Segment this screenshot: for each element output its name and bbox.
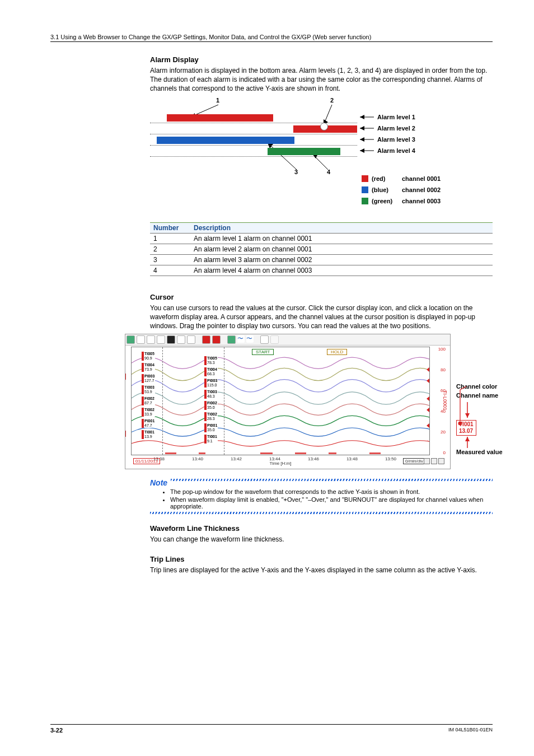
svg-marker-15	[360, 148, 364, 153]
alarm-bar-l1-ch1	[167, 114, 273, 122]
note-list: The pop-up window for the waveform that …	[150, 488, 493, 510]
legend-red-color: (red)	[372, 175, 399, 182]
table-row: 4An alarm level 4 alarm on channel 0003	[150, 265, 493, 276]
trip-lines-heading: Trip Lines	[150, 555, 493, 563]
alarm-level-1-label: Alarm level 1	[377, 114, 415, 120]
table-header-desc: Description	[190, 222, 493, 233]
svg-marker-19	[465, 437, 470, 441]
note-title: Note	[150, 478, 167, 487]
table-header-number: Number	[150, 222, 190, 233]
channel-box-name: TI001	[459, 421, 474, 428]
waveform-thickness-para: You can change the waveform line thickne…	[150, 535, 493, 544]
waveform-thickness-heading: Waveform Line Thickness	[150, 524, 493, 533]
alarm-description-table: Number Description 1An alarm level 1 ala…	[150, 222, 493, 276]
alarm-display-heading: Alarm Display	[150, 55, 493, 64]
legend-green-color: (green)	[372, 198, 399, 204]
alarm-level-2-label: Alarm level 2	[377, 125, 415, 132]
cursor-heading: Cursor	[150, 293, 493, 301]
legend-blue-color: (blue)	[372, 186, 399, 193]
svg-marker-17	[465, 413, 470, 418]
trip-lines-para: Trip lines are displayed for the active …	[150, 566, 493, 575]
table-row: 2An alarm level 2 alarm on channel 0001	[150, 244, 493, 254]
channel-box-val: 13.07	[459, 428, 474, 435]
alarm-diagram: 1 2 3 4	[150, 97, 497, 214]
table-row: 3An alarm level 3 alarm on channel 0002	[150, 254, 493, 265]
legend-blue-swatch	[362, 186, 368, 193]
legend-green-swatch	[362, 198, 368, 204]
legend-blue-ch: channel 0002	[402, 186, 441, 193]
alarm-level-4-label: Alarm level 4	[377, 147, 415, 154]
alarm-bar-l4-ch3	[268, 148, 340, 155]
alarm-bar-l3-ch2	[157, 137, 294, 144]
svg-line-22	[460, 386, 466, 390]
note-item: The pop-up window for the waveform that …	[170, 488, 493, 495]
legend-green-ch: channel 0003	[402, 198, 441, 204]
alarm-display-para: Alarm information is displayed in the bo…	[150, 66, 493, 94]
note-item: When waveform display limit is enabled, …	[170, 496, 493, 510]
svg-marker-13	[360, 137, 364, 142]
legend-red-swatch	[362, 175, 368, 182]
table-row: 1An alarm level 1 alarm on channel 0001	[150, 233, 493, 244]
legend-red-ch: channel 0001	[402, 175, 441, 182]
svg-marker-9	[360, 115, 364, 119]
doc-id: IM 04L51B01-01EN	[448, 727, 493, 734]
svg-marker-11	[360, 126, 364, 130]
cursor-para: You can use cursors to read the values a…	[150, 304, 493, 331]
alarm-level-3-label: Alarm level 3	[377, 136, 415, 143]
page-number: 3-22	[50, 727, 63, 734]
channel-value-box: TI001 13.07	[456, 420, 476, 436]
breadcrumb: 3.1 Using a Web Browser to Change the GX…	[50, 34, 493, 42]
